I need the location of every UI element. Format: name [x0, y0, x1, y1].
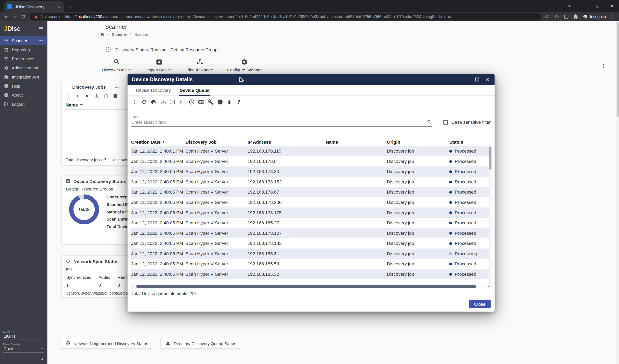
- network-neighborhood-discovery-status-tile[interactable]: Network Neighborhood Discovery Status: [60, 338, 153, 349]
- sidebar-item-about[interactable]: About: [0, 90, 47, 99]
- table-row[interactable]: Jan 12, 2022, 2:40:05 PM Scan Hyper V Se…: [131, 269, 491, 279]
- browser-tab[interactable]: J JDisc Discovery: [4, 1, 64, 12]
- kebab-menu-icon[interactable]: [130, 97, 140, 107]
- column-header-creation-date[interactable]: Creation Date: [131, 139, 185, 144]
- directory-discovery-queue-status-tile[interactable]: Directory Discovery Queue Status: [160, 338, 241, 349]
- sidebar-item-scanner[interactable]: Scanner: [0, 36, 47, 45]
- play-icon[interactable]: [75, 94, 80, 99]
- extensions-puzzle-icon[interactable]: [573, 14, 578, 19]
- bookmark-star-icon[interactable]: [554, 14, 560, 19]
- jdisc-logo[interactable]: JDisc: [4, 25, 20, 32]
- side-panel-icon[interactable]: [564, 14, 569, 19]
- page-title: Scanner: [105, 23, 619, 30]
- reload-icon[interactable]: [21, 14, 26, 19]
- data-density-select[interactable]: Data Density Cozy: [0, 343, 47, 353]
- sort-ascending-icon[interactable]: [162, 140, 167, 144]
- refresh-icon[interactable]: [139, 97, 149, 107]
- column-header-origin[interactable]: Origin: [387, 139, 449, 144]
- drag-handle-icon[interactable]: [66, 84, 70, 90]
- table-row[interactable]: Jan 12, 2022, 2:40:05 PM Scan Hyper V Se…: [131, 259, 491, 269]
- address-bar[interactable]: Not secure https://localhost:4200/scanne…: [30, 13, 541, 20]
- stop-icon[interactable]: [84, 94, 90, 99]
- configure-scanner-button[interactable]: Configure Scanner: [227, 58, 262, 72]
- close-button[interactable]: Close: [469, 300, 491, 308]
- tools-wrench-icon[interactable]: [206, 97, 215, 107]
- import-device-button[interactable]: Import Device: [146, 58, 172, 72]
- sidebar-item-administration[interactable]: Administration: [0, 63, 47, 72]
- history-clock-icon[interactable]: [187, 97, 196, 107]
- breadcrumb-item[interactable]: Scanner: [112, 32, 127, 37]
- browser-menu-kebab-icon[interactable]: [610, 14, 615, 19]
- scrollbar-thumb[interactable]: [489, 147, 491, 170]
- table-row[interactable]: Jan 12, 2022, 2:40:05 PM Scan Hyper V Se…: [131, 156, 491, 167]
- close-icon[interactable]: [485, 77, 490, 82]
- table-row[interactable]: Jan 12, 2022, 2:40:05 PM Scan Hyper V Se…: [131, 238, 491, 249]
- search-icon[interactable]: [427, 120, 432, 125]
- sidebar-item-logout[interactable]: Logout: [0, 99, 47, 108]
- page-scrollbar[interactable]: [616, 21, 619, 364]
- filter-search-input[interactable]: [131, 119, 427, 125]
- sidebar-item-help[interactable]: Help: [0, 81, 47, 90]
- scrollbar-thumb[interactable]: [136, 285, 476, 288]
- case-sensitive-filter-option[interactable]: Case sensitive filter: [444, 120, 491, 127]
- cell-origin: Discovery job: [387, 200, 449, 205]
- tab-device-queue[interactable]: Device Queue: [175, 85, 214, 95]
- table-row[interactable]: Jan 12, 2022, 2:40:01 PM Scan Hyper V Se…: [131, 146, 491, 156]
- scrollbar-thumb[interactable]: [617, 22, 619, 117]
- sidebar-item-integration-api[interactable]: Integration API: [0, 72, 47, 81]
- tab-close-icon[interactable]: [57, 4, 61, 8]
- kebab-menu-icon[interactable]: [66, 94, 71, 99]
- sidebar-item-preferences[interactable]: Preferences: [0, 54, 47, 63]
- document-icon[interactable]: [103, 94, 108, 99]
- not-secure-warning-icon[interactable]: [34, 14, 38, 19]
- card-menu-icon[interactable]: [114, 85, 119, 90]
- bar-chart-icon[interactable]: [225, 97, 234, 107]
- table-row[interactable]: Jan 12, 2022, 2:40:05 PM Scan Hyper V Se…: [131, 187, 491, 197]
- table-row[interactable]: Jan 12, 2022, 2:40:05 PM Scan Hyper V Se…: [131, 228, 491, 238]
- window-close-icon[interactable]: [605, 0, 619, 12]
- export-alt-icon[interactable]: [177, 97, 187, 107]
- column-header-name[interactable]: Name: [326, 139, 387, 144]
- table-horizontal-scrollbar[interactable]: [131, 284, 491, 288]
- back-icon[interactable]: [3, 14, 9, 19]
- home-icon[interactable]: [100, 32, 105, 37]
- clipboard-icon[interactable]: [113, 94, 118, 99]
- table-row[interactable]: Jan 12, 2022, 2:40:05 PM Scan Hyper V Se…: [131, 218, 491, 228]
- tab-device-discovery[interactable]: Device Discovery: [131, 85, 175, 95]
- forward-icon[interactable]: [12, 14, 17, 19]
- download-icon[interactable]: [158, 97, 168, 107]
- print-icon[interactable]: [149, 97, 158, 107]
- table-row[interactable]: Jan 12, 2022, 2:40:05 PM Scan Hyper V Se…: [131, 249, 491, 259]
- help-icon[interactable]: ?: [234, 97, 244, 107]
- collapse-sidebar-icon[interactable]: [39, 356, 44, 361]
- column-header-ip-address[interactable]: IP Address: [248, 139, 326, 144]
- discover-device-button[interactable]: Discover Device: [102, 58, 132, 72]
- case-sensitive-checkbox[interactable]: [444, 120, 448, 125]
- scroll-left-arrow-icon[interactable]: [131, 284, 136, 288]
- hamburger-menu-icon[interactable]: [39, 26, 44, 31]
- tab-search-chevron-icon[interactable]: [562, 0, 576, 12]
- pie-chart-icon[interactable]: [215, 97, 225, 107]
- column-header-status[interactable]: Status: [449, 139, 487, 144]
- table-row[interactable]: Jan 12, 2022, 2:40:05 PM Scan Hyper V Se…: [131, 166, 491, 177]
- open-in-new-window-icon[interactable]: [475, 77, 480, 82]
- sidebar-item-reporting[interactable]: Reporting: [0, 45, 47, 54]
- table-row[interactable]: Jan 12, 2022, 2:40:05 PM Scan Hyper V Se…: [131, 207, 491, 218]
- table-row[interactable]: Jan 12, 2022, 2:40:05 PM Scan Hyper V Se…: [131, 177, 491, 187]
- column-header-discovery-job[interactable]: Discovery Job: [186, 139, 248, 144]
- info-icon: [4, 93, 9, 97]
- new-tab-button[interactable]: [68, 5, 72, 9]
- theme-select[interactable]: LIGHT * LIGHT: [0, 330, 47, 340]
- window-minimize-icon[interactable]: [576, 0, 591, 12]
- export-icon[interactable]: [168, 97, 177, 107]
- dialog-title-bar[interactable]: Device Discovery Details: [127, 74, 495, 85]
- search-icon[interactable]: [545, 14, 550, 19]
- ping-ip-range-button[interactable]: Ping IP Range: [186, 58, 213, 72]
- table-row[interactable]: Jan 12, 2022, 2:40:05 PM Scan Hyper V Se…: [131, 279, 491, 283]
- download-icon[interactable]: [94, 94, 99, 99]
- table-row[interactable]: Jan 12, 2022, 2:40:05 PM Scan Hyper V Se…: [131, 197, 491, 208]
- window-maximize-icon[interactable]: [591, 0, 605, 12]
- page-kebab-menu-icon[interactable]: [601, 63, 606, 69]
- table-vertical-scrollbar[interactable]: [489, 146, 492, 288]
- sql-icon[interactable]: [196, 97, 206, 107]
